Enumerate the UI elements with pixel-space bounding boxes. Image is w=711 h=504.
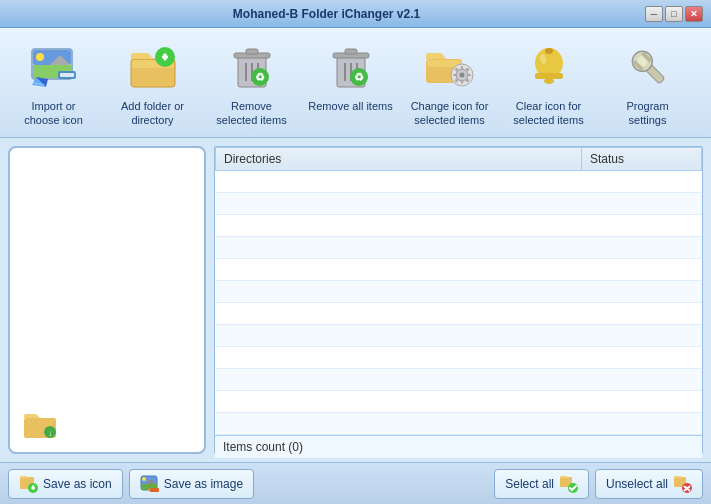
change-icon-label: Change icon forselected items [411,99,489,128]
table-row [216,280,702,302]
table-row [216,412,702,434]
import-icon [26,39,82,95]
remove-all-icon: ♻ [323,39,379,95]
svg-point-4 [36,53,44,61]
svg-text:♻: ♻ [354,71,364,83]
svg-rect-42 [453,74,457,76]
table-row [216,302,702,324]
save-as-icon-icon [19,474,39,494]
save-as-icon-button[interactable]: Save as icon [8,469,123,499]
main-content: ↓ Directories Status [0,138,711,462]
settings-icon [620,39,676,95]
svg-point-39 [459,73,464,78]
change-icon-icon [422,39,478,95]
unselect-all-button[interactable]: Unselect all [595,469,703,499]
titlebar-controls: ─ □ ✕ [645,6,703,22]
svg-rect-32 [345,49,357,54]
svg-rect-70 [150,488,159,492]
remove-all-button[interactable]: ♻ Remove all items [303,32,398,133]
svg-point-50 [545,48,553,54]
clear-icon-button[interactable]: Clear icon forselected items [501,32,596,133]
items-count-end: ) [299,440,303,454]
svg-rect-41 [461,80,463,84]
svg-rect-64 [32,485,34,490]
svg-text:↓: ↓ [48,429,52,438]
table-row [216,346,702,368]
close-button[interactable]: ✕ [685,6,703,22]
table-row [216,390,702,412]
import-icon-label: Import orchoose icon [24,99,83,128]
svg-rect-16 [163,54,166,61]
table-row [216,236,702,258]
svg-point-51 [544,78,554,84]
items-count-label: Items count ( [223,440,292,454]
save-as-image-label: Save as image [164,477,243,491]
items-count: Items count (0) [215,435,702,458]
titlebar: Mohaned-B Folder iChanger v2.1 ─ □ ✕ [0,0,711,28]
directories-column-header: Directories [216,147,582,170]
table-row [216,368,702,390]
svg-rect-43 [467,74,471,76]
table-row [216,258,702,280]
remove-all-label: Remove all items [308,99,392,113]
select-all-label: Select all [505,477,554,491]
svg-text:♻: ♻ [255,71,265,83]
table-row [216,214,702,236]
unselect-all-icon [672,474,692,494]
toolbar: Import orchoose icon Add folder ordirect… [0,28,711,138]
change-icon-button[interactable]: Change icon forselected items [402,32,497,133]
add-folder-label: Add folder ordirectory [121,99,184,128]
svg-rect-7 [60,73,74,77]
add-folder-button[interactable]: Add folder ordirectory [105,32,200,133]
remove-selected-label: Removeselected items [216,99,286,128]
icon-preview-area: ↓ [18,156,196,444]
preview-folder-icon: ↓ [22,408,58,440]
save-as-image-button[interactable]: Save as image [129,469,254,499]
table-row [216,170,702,192]
svg-rect-40 [461,66,463,70]
table-row [216,192,702,214]
directory-panel: Directories Status Items co [214,146,703,454]
clear-icon-label: Clear icon forselected items [513,99,583,128]
program-settings-button[interactable]: Programsettings [600,32,695,133]
select-all-button[interactable]: Select all [494,469,589,499]
unselect-all-label: Unselect all [606,477,668,491]
directories-table: Directories Status [215,147,702,435]
program-settings-label: Programsettings [626,99,668,128]
icon-preview-panel: ↓ [8,146,206,454]
bottombar: Save as icon Save as image Select all [0,462,711,504]
remove-selected-button[interactable]: ♻ Removeselected items [204,32,299,133]
minimize-button[interactable]: ─ [645,6,663,22]
save-as-image-icon [140,474,160,494]
save-as-icon-label: Save as icon [43,477,112,491]
import-icon-button[interactable]: Import orchoose icon [6,32,101,133]
remove-selected-icon: ♻ [224,39,280,95]
clear-icon-icon [521,39,577,95]
svg-rect-23 [246,49,258,54]
select-all-icon [558,474,578,494]
add-folder-icon [125,39,181,95]
window-title: Mohaned-B Folder iChanger v2.1 [8,7,645,21]
status-column-header: Status [582,147,702,170]
svg-point-69 [142,477,146,481]
maximize-button[interactable]: □ [665,6,683,22]
table-row [216,324,702,346]
